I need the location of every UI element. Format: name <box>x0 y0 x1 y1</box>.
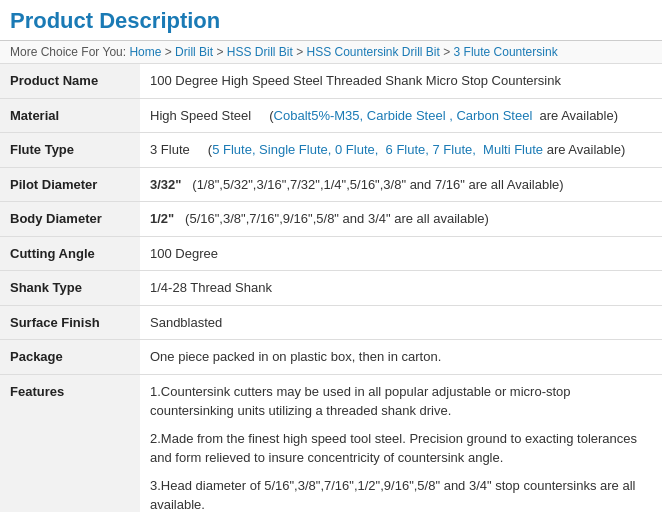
breadcrumb-prefix: More Choice For You: <box>10 45 126 59</box>
label-body-diameter: Body Diameter <box>0 202 140 237</box>
value-material: High Speed Steel (Cobalt5%-M35, Carbide … <box>140 98 662 133</box>
flute-options: 5 Flute, Single Flute, 0 Flute, 6 Flute,… <box>212 142 543 157</box>
value-surface-finish: Sandblasted <box>140 305 662 340</box>
feature-item-1: 1.Countersink cutters may be used in all… <box>150 382 652 421</box>
label-surface-finish: Surface Finish <box>0 305 140 340</box>
table-row-body-diameter: Body Diameter 1/2" (5/16",3/8",7/16",9/1… <box>0 202 662 237</box>
label-features: Features <box>0 374 140 512</box>
table-row-package: Package One piece packed in on plastic b… <box>0 340 662 375</box>
features-list: 1.Countersink cutters may be used in all… <box>150 382 652 513</box>
page-wrapper: Product Description More Choice For You:… <box>0 0 662 512</box>
material-options: Cobalt5%-M35, Carbide Steel , Carbon Ste… <box>274 108 533 123</box>
table-row-product-name: Product Name 100 Degree High Speed Steel… <box>0 64 662 98</box>
page-title: Product Description <box>10 8 652 34</box>
table-row-flute-type: Flute Type 3 Flute (5 Flute, Single Flut… <box>0 133 662 168</box>
table-row-features: Features 1.Countersink cutters may be us… <box>0 374 662 512</box>
label-material: Material <box>0 98 140 133</box>
table-row-pilot-diameter: Pilot Diameter 3/32" (1/8",5/32",3/16",7… <box>0 167 662 202</box>
pilot-diameter-value: 3/32" <box>150 177 181 192</box>
label-package: Package <box>0 340 140 375</box>
label-shank-type: Shank Type <box>0 271 140 306</box>
breadcrumb-link-hss-countersink[interactable]: HSS Countersink Drill Bit <box>307 45 440 59</box>
breadcrumb-link-3-flute[interactable]: 3 Flute Countersink <box>454 45 558 59</box>
value-package: One piece packed in on plastic box, then… <box>140 340 662 375</box>
breadcrumb-link-drill-bit[interactable]: Drill Bit <box>175 45 213 59</box>
label-product-name: Product Name <box>0 64 140 98</box>
value-pilot-diameter: 3/32" (1/8",5/32",3/16",7/32",1/4",5/16"… <box>140 167 662 202</box>
value-shank-type: 1/4-28 Thread Shank <box>140 271 662 306</box>
body-diameter-value: 1/2" <box>150 211 174 226</box>
value-cutting-angle: 100 Degree <box>140 236 662 271</box>
label-pilot-diameter: Pilot Diameter <box>0 167 140 202</box>
breadcrumb-link-hss-drill-bit[interactable]: HSS Drill Bit <box>227 45 293 59</box>
breadcrumb-link-home[interactable]: Home <box>129 45 161 59</box>
breadcrumb-bar: More Choice For You: Home > Drill Bit > … <box>0 41 662 64</box>
title-bar: Product Description <box>0 0 662 41</box>
feature-item-2: 2.Made from the finest high speed tool s… <box>150 429 652 468</box>
value-flute-type: 3 Flute (5 Flute, Single Flute, 0 Flute,… <box>140 133 662 168</box>
table-row-material: Material High Speed Steel (Cobalt5%-M35,… <box>0 98 662 133</box>
table-row-surface-finish: Surface Finish Sandblasted <box>0 305 662 340</box>
description-table: Product Name 100 Degree High Speed Steel… <box>0 64 662 512</box>
table-row-shank-type: Shank Type 1/4-28 Thread Shank <box>0 271 662 306</box>
value-product-name: 100 Degree High Speed Steel Threaded Sha… <box>140 64 662 98</box>
value-features: 1.Countersink cutters may be used in all… <box>140 374 662 512</box>
feature-item-3: 3.Head diameter of 5/16",3/8",7/16",1/2"… <box>150 476 652 513</box>
table-row-cutting-angle: Cutting Angle 100 Degree <box>0 236 662 271</box>
label-flute-type: Flute Type <box>0 133 140 168</box>
value-body-diameter: 1/2" (5/16",3/8",7/16",9/16",5/8" and 3/… <box>140 202 662 237</box>
label-cutting-angle: Cutting Angle <box>0 236 140 271</box>
